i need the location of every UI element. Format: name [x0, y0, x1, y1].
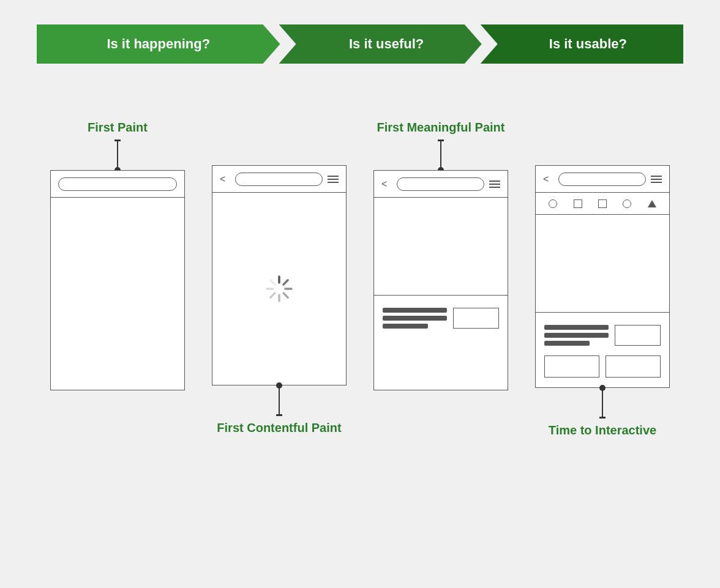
wf4-searchbar	[558, 173, 646, 186]
banner: Is it happening? Is it useful? Is it usa…	[37, 24, 683, 64]
menu-line-1	[489, 180, 500, 182]
wf3-header: <	[374, 171, 508, 198]
wireframe-first-meaningful: <	[373, 170, 508, 390]
spinner-svg	[264, 274, 294, 303]
svg-line-1	[283, 280, 288, 285]
banner-segment-3: Is it usable?	[481, 24, 683, 64]
wf2-header: <	[212, 166, 346, 193]
wf1-searchbar	[58, 177, 177, 191]
wireframe-first-contentful: <	[212, 165, 347, 385]
wf4-icon-square-1	[574, 199, 582, 208]
wf3-image	[374, 198, 508, 296]
wf3-back-icon: <	[381, 179, 387, 190]
wf3-content	[374, 296, 508, 338]
wf4-content	[536, 313, 669, 387]
banner-segment-2: Is it useful?	[279, 24, 482, 64]
wf4-header: <	[536, 166, 669, 193]
wf4-line-3	[544, 341, 590, 346]
svg-line-5	[271, 293, 275, 297]
menu-line-2	[651, 179, 662, 180]
wf3-line-3	[383, 324, 428, 329]
banner-label-1: Is it happening?	[107, 36, 210, 52]
svg-line-3	[283, 293, 288, 297]
connector-below-4	[602, 388, 603, 419]
menu-line-3	[489, 187, 500, 188]
wf4-body	[536, 215, 669, 387]
label-first-contentful: First Contentful Paint	[217, 421, 341, 455]
wf4-line-2	[544, 333, 609, 338]
menu-line-1	[328, 176, 339, 177]
wf4-text-block	[544, 322, 661, 346]
wf1-body	[51, 198, 184, 390]
wf3-line-1	[383, 308, 447, 313]
wf2-loading	[212, 193, 346, 385]
wf3-button	[453, 308, 499, 329]
wf4-buttons-row	[544, 355, 661, 378]
col-time-interactive: <	[522, 100, 683, 458]
col-first-paint: First Paint	[37, 100, 198, 455]
connector-above-1	[117, 140, 118, 170]
menu-line-2	[489, 184, 500, 185]
wf4-subheader	[536, 193, 669, 215]
banner-label-3: Is it usable?	[537, 36, 627, 52]
col-first-contentful: <	[198, 100, 360, 455]
wf4-icon-circle-2	[623, 199, 631, 208]
svg-line-7	[271, 280, 275, 285]
wf1-header	[51, 171, 184, 198]
wf4-icon-triangle	[648, 200, 656, 207]
wf4-lines	[544, 322, 609, 346]
menu-line-2	[328, 179, 339, 180]
wireframe-time-interactive: <	[535, 165, 670, 388]
connector-above-3	[440, 140, 441, 170]
wf2-searchbar	[235, 173, 323, 186]
wf3-line-2	[383, 316, 447, 321]
label-time-interactive: Time to Interactive	[549, 423, 656, 458]
wf3-menu-icon	[489, 180, 500, 188]
wf3-text-block	[383, 305, 499, 329]
wf3-searchbar	[397, 177, 484, 191]
wf2-back-icon: <	[220, 174, 225, 185]
wf3-lines	[383, 305, 447, 329]
wf4-icon-circle-1	[549, 199, 557, 208]
wf4-btn-1	[544, 355, 599, 378]
menu-line-3	[328, 182, 339, 183]
wf4-button	[615, 325, 661, 346]
menu-line-1	[651, 176, 662, 177]
connector-below-2	[279, 385, 280, 416]
wf2-menu-icon	[328, 176, 339, 183]
main-content: First Paint <	[37, 100, 683, 564]
label-first-paint: First Paint	[88, 100, 148, 135]
wf4-btn-2	[606, 355, 661, 378]
wf3-body	[374, 198, 508, 390]
banner-label-2: Is it useful?	[337, 36, 424, 52]
wf4-icon-square-2	[598, 199, 607, 208]
label-first-meaningful: First Meaningful Paint	[377, 100, 505, 135]
wf4-image	[536, 215, 669, 313]
wireframe-first-paint	[50, 170, 185, 390]
wf4-menu-icon	[651, 176, 662, 183]
wf4-back-icon: <	[543, 174, 549, 185]
col-first-meaningful: First Meaningful Paint <	[360, 100, 522, 455]
loading-spinner	[264, 274, 294, 303]
banner-segment-1: Is it happening?	[37, 24, 280, 64]
wf4-line-1	[544, 325, 609, 330]
menu-line-3	[651, 182, 662, 183]
